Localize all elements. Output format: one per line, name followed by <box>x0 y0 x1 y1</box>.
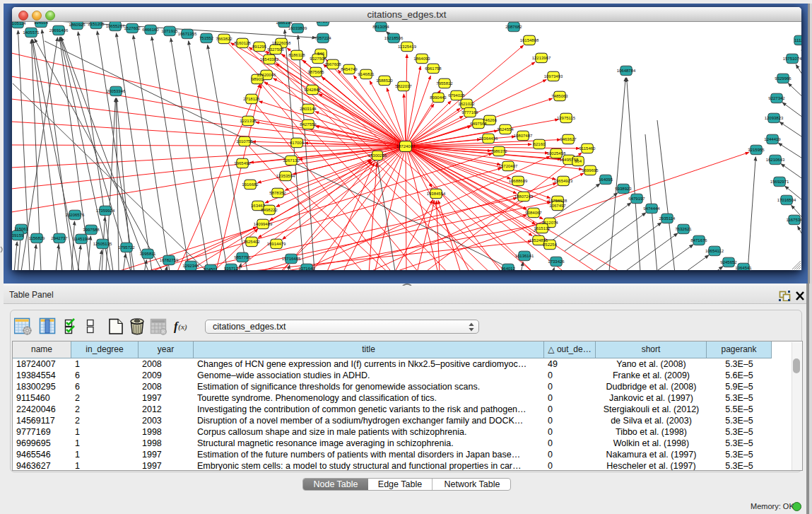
svg-text:751552: 751552 <box>199 36 214 40</box>
svg-text:994554: 994554 <box>34 22 49 25</box>
svg-text:17016504: 17016504 <box>777 198 796 202</box>
svg-text:1612074: 1612074 <box>541 221 558 225</box>
svg-text:3267130: 3267130 <box>283 158 300 163</box>
svg-text:1244419: 1244419 <box>764 137 781 141</box>
svg-text:19654923: 19654923 <box>554 179 573 183</box>
svg-text:18807249: 18807249 <box>514 194 534 199</box>
svg-text:8186328: 8186328 <box>288 53 305 57</box>
svg-text:1071915: 1071915 <box>161 29 178 33</box>
svg-text:10807487: 10807487 <box>514 134 533 138</box>
svg-text:1733426: 1733426 <box>548 259 565 264</box>
svg-text:417004: 417004 <box>290 141 305 145</box>
svg-text:1064541: 1064541 <box>735 266 752 270</box>
svg-text:11325419: 11325419 <box>398 45 417 49</box>
svg-text:20691406: 20691406 <box>49 28 69 33</box>
svg-text:10648784: 10648784 <box>617 69 636 73</box>
svg-text:5938923: 5938923 <box>615 187 632 191</box>
svg-text:2803144: 2803144 <box>300 107 317 111</box>
svg-text:6794028: 6794028 <box>448 93 465 98</box>
svg-text:1167534: 1167534 <box>787 218 801 222</box>
svg-text:9463627: 9463627 <box>560 137 577 141</box>
svg-text:16671355: 16671355 <box>178 32 197 36</box>
svg-text:2967608: 2967608 <box>324 62 341 66</box>
svg-text:546: 546 <box>317 52 325 56</box>
svg-text:252254: 252254 <box>543 243 558 247</box>
svg-text:18724007: 18724007 <box>396 144 416 148</box>
svg-text:15751074: 15751074 <box>783 57 801 61</box>
svg-text:10654112: 10654112 <box>705 249 724 253</box>
svg-text:16914479: 16914479 <box>267 242 286 246</box>
svg-text:20053346: 20053346 <box>107 89 126 93</box>
svg-text:1864093: 1864093 <box>413 57 430 61</box>
svg-text:1292344: 1292344 <box>182 264 199 268</box>
svg-text:1916682: 1916682 <box>242 182 259 187</box>
svg-text:10025458: 10025458 <box>547 151 566 156</box>
svg-text:98901: 98901 <box>252 77 264 81</box>
svg-text:9699695: 9699695 <box>582 168 599 173</box>
svg-text:215061: 215061 <box>14 227 29 231</box>
svg-text:2105114: 2105114 <box>12 22 26 25</box>
svg-text:9245652: 9245652 <box>720 260 737 264</box>
svg-text:7663822: 7663822 <box>216 37 233 41</box>
svg-text:1145194: 1145194 <box>73 237 90 241</box>
svg-text:8990443: 8990443 <box>430 95 447 100</box>
svg-text:1795722: 1795722 <box>118 245 135 250</box>
svg-text:16136141: 16136141 <box>515 254 534 258</box>
svg-text:2942737: 2942737 <box>51 236 68 240</box>
svg-text:924501: 924501 <box>204 267 218 270</box>
svg-text:1566194: 1566194 <box>276 22 293 25</box>
svg-text:12975115: 12975115 <box>557 116 576 120</box>
svg-text:1405571: 1405571 <box>23 30 40 35</box>
svg-text:15716485: 15716485 <box>282 257 301 261</box>
svg-text:164095: 164095 <box>599 177 613 182</box>
svg-text:10655267: 10655267 <box>106 24 125 28</box>
svg-text:15692971: 15692971 <box>770 180 789 184</box>
svg-text:19218506: 19218506 <box>384 36 404 40</box>
svg-text:7632621: 7632621 <box>675 227 692 231</box>
svg-text:1588520: 1588520 <box>376 78 393 83</box>
svg-text:16782759: 16782759 <box>160 258 179 262</box>
svg-text:2718126: 2718126 <box>243 97 260 101</box>
svg-text:19756928: 19756928 <box>548 199 567 203</box>
svg-text:2087682: 2087682 <box>505 25 522 29</box>
svg-text:18300295: 18300295 <box>368 153 387 158</box>
svg-text:14099489: 14099489 <box>254 222 273 226</box>
svg-text:2151205: 2151205 <box>88 22 105 26</box>
svg-text:5822037: 5822037 <box>395 84 412 88</box>
svg-text:1221338: 1221338 <box>240 119 257 123</box>
svg-text:16210643: 16210643 <box>766 158 785 162</box>
svg-text:3875685: 3875685 <box>307 70 324 74</box>
svg-text:1156829: 1156829 <box>29 236 46 240</box>
svg-text:9084067: 9084067 <box>525 211 542 215</box>
svg-text:9327508: 9327508 <box>310 57 326 61</box>
svg-text:3997588: 3997588 <box>83 228 100 232</box>
svg-text:7485063: 7485063 <box>551 94 568 98</box>
svg-text:9242848: 9242848 <box>304 88 321 92</box>
svg-text:9227342: 9227342 <box>768 96 785 100</box>
svg-text:5878352: 5878352 <box>269 191 286 195</box>
svg-text:8427552: 8427552 <box>300 122 317 127</box>
svg-text:9115460: 9115460 <box>579 146 596 151</box>
svg-text:7357224: 7357224 <box>314 36 331 40</box>
svg-text:964012: 964012 <box>501 267 516 270</box>
svg-text:10973493: 10973493 <box>544 74 563 78</box>
svg-text:1095811: 1095811 <box>140 252 157 256</box>
svg-text:5498222: 5498222 <box>261 208 278 212</box>
svg-text:6479197: 6479197 <box>628 197 645 201</box>
svg-text:19384554: 19384554 <box>427 192 446 196</box>
svg-text:6961758: 6961758 <box>425 66 442 71</box>
svg-text:12353594: 12353594 <box>276 174 295 178</box>
svg-text:8454749: 8454749 <box>341 67 358 71</box>
svg-text:891295: 891295 <box>252 45 267 49</box>
svg-text:1010755: 1010755 <box>236 139 253 144</box>
svg-text:2935114: 2935114 <box>659 216 676 221</box>
svg-text:9327506: 9327506 <box>267 47 284 52</box>
svg-text:1965492: 1965492 <box>234 161 251 165</box>
svg-text:7625402: 7625402 <box>243 240 260 244</box>
svg-text:8160128: 8160128 <box>234 41 251 45</box>
svg-text:7955812: 7955812 <box>436 81 453 86</box>
svg-text:16033809: 16033809 <box>288 26 307 30</box>
svg-text:3624554: 3624554 <box>497 127 514 132</box>
svg-text:1621022: 1621022 <box>458 102 475 106</box>
svg-text:12505135: 12505135 <box>93 242 112 246</box>
